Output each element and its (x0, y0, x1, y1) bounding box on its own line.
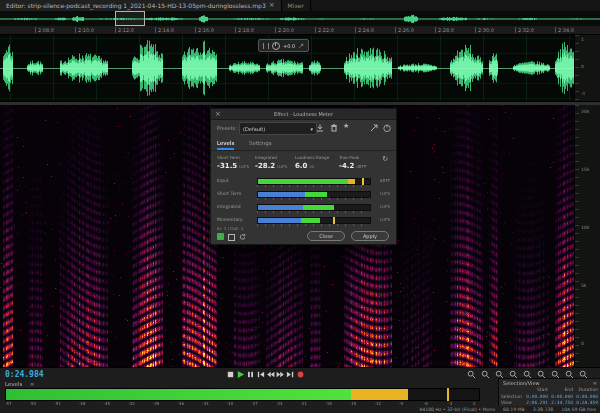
route-icon[interactable] (369, 123, 379, 133)
volume-knob-icon[interactable] (272, 42, 280, 50)
stat-label: Short Term (217, 155, 251, 160)
stat-unit: LUFS (239, 164, 249, 169)
prev-button[interactable] (256, 370, 265, 379)
reset-icon[interactable]: ↻ (382, 155, 388, 163)
next-button[interactable] (286, 370, 295, 379)
tab-mixer[interactable]: Mixer (282, 0, 311, 11)
stat-unit: dBTP (356, 164, 366, 169)
preset-value: (Default) (243, 126, 265, 132)
meter-peak-indicator (333, 217, 335, 224)
meter-unit: LUFS (380, 217, 390, 222)
hud-gain-value[interactable]: +0.0 (283, 43, 295, 49)
close-button[interactable]: Close (307, 231, 345, 241)
edit-icon[interactable] (298, 43, 304, 49)
timeline-tick: 2:16.0 (195, 27, 214, 33)
tab-levels[interactable]: Levels (217, 140, 234, 150)
meter-unit: dBTP (380, 178, 390, 183)
record-button[interactable] (296, 370, 305, 379)
amplitude-label: 1 (581, 37, 584, 42)
meter-segment-green (303, 205, 334, 210)
meter-row-integrated: IntegratedLUFS (211, 203, 396, 215)
meter-ruler (257, 211, 369, 213)
status-bar: 44100 Hz • 32-bit (Float) • Mono 60.19 M… (0, 406, 600, 413)
play-button[interactable] (236, 370, 245, 379)
stat-value: -31.5 (217, 162, 237, 170)
tab-editor[interactable]: Editor: strip-silence-podcast_recording … (0, 0, 282, 11)
stat-integrated: Integrated-28.2LUFS (255, 155, 291, 170)
meter-track (257, 217, 371, 224)
time-display[interactable]: 0:24.984 (5, 370, 44, 379)
amplitude-scale: 10-1 (574, 35, 600, 101)
hud-gain-overlay[interactable]: +0.0 (258, 39, 309, 52)
timeline-tick: 2:12.0 (115, 27, 134, 33)
dialog-titlebar[interactable]: × Effect - Loudness Meter (211, 109, 396, 120)
stat-value: 6.0 (295, 162, 307, 170)
frequency-label: 0 (581, 341, 584, 346)
grip-icon (263, 43, 269, 49)
preview-play-button[interactable] (217, 233, 224, 240)
dialog-title: Effect - Loudness Meter (211, 111, 396, 117)
view-window-handle[interactable] (115, 11, 145, 26)
frequency-scale: 20k15k10k5k0 (574, 105, 600, 367)
meter-segment-blue (258, 218, 301, 223)
timeline-tick: 2:14.0 (155, 27, 174, 33)
mixer-tab-label: Mixer (288, 2, 304, 9)
stat-short-term: Short Term-31.5LUFS (217, 155, 251, 170)
meter-segment-blue (258, 205, 303, 210)
apply-button[interactable]: Apply (351, 231, 389, 241)
stat-unit: LU (309, 164, 314, 169)
loudness-meter-dialog: × Effect - Loudness Meter Presets: (Defa… (210, 108, 397, 245)
timeline-tick: 2:22.0 (315, 27, 334, 33)
frequency-label: 15k (581, 167, 589, 172)
level-peak-indicator (447, 388, 449, 401)
panel-menu-icon[interactable]: ≡ (593, 380, 597, 386)
delete-preset-icon[interactable] (329, 123, 339, 133)
loop-icon[interactable] (238, 233, 247, 241)
overview-navigator[interactable] (0, 11, 600, 26)
meter-unit: LUFS (380, 191, 390, 196)
meter-track (257, 191, 371, 198)
close-tab-icon[interactable]: × (269, 2, 275, 9)
level-meter-bar (5, 388, 480, 401)
tab-settings[interactable]: Settings (249, 140, 272, 148)
chevron-down-icon: ▾ (310, 126, 313, 132)
meter-ruler (257, 224, 369, 226)
meter-segment-blue (258, 192, 305, 197)
channel-config-label: In: 1 | Out: 1 (217, 226, 243, 231)
favorite-star-icon[interactable]: ★ (343, 122, 353, 132)
timeline-tick: 2:20.0 (275, 27, 294, 33)
meter-label: Short Term (217, 191, 241, 196)
timeline-tick: 2:30.0 (475, 27, 494, 33)
preview-stop-button[interactable] (228, 234, 235, 241)
save-preset-icon[interactable] (315, 123, 325, 133)
power-icon[interactable] (382, 123, 392, 133)
zoom-out-button[interactable] (480, 370, 490, 379)
meter-segment-green (258, 179, 348, 184)
meter-ruler (257, 185, 369, 187)
selection-view-panel: Selection/View ≡ StartEndDurationSelecti… (498, 378, 600, 407)
meter-label: Integrated (217, 204, 241, 209)
zoom-in-button[interactable] (466, 370, 476, 379)
dialog-tabs: LevelsSettings (211, 137, 396, 151)
preset-dropdown[interactable]: (Default) ▾ (239, 122, 317, 135)
stat-value: -4.2 (339, 162, 354, 170)
meter-row-input: InputdBTP (211, 177, 396, 189)
rewind-button[interactable] (266, 370, 275, 379)
meter-track (257, 204, 371, 211)
level-segment-yellow (351, 389, 408, 400)
forward-button[interactable] (276, 370, 285, 379)
panel-menu-icon[interactable]: ≡ (30, 381, 34, 387)
amplitude-label: 0 (581, 64, 584, 69)
stat-true-peak: True Peak-4.2dBTP (339, 155, 373, 170)
timeline-tick: 2:24.0 (355, 27, 374, 33)
transport-buttons (226, 370, 305, 379)
level-segment-green (6, 389, 351, 400)
selection-view-title: Selection/View (503, 380, 540, 386)
levels-label: Levels (5, 381, 22, 387)
overview-strip[interactable] (0, 12, 600, 26)
meter-peak-indicator (362, 178, 364, 185)
stop-button[interactable] (226, 370, 235, 379)
amplitude-label: -1 (581, 91, 586, 96)
pause-button[interactable] (246, 370, 255, 379)
timeline-ruler[interactable]: 2:08.02:10.02:12.02:14.02:16.02:18.02:20… (0, 26, 600, 35)
